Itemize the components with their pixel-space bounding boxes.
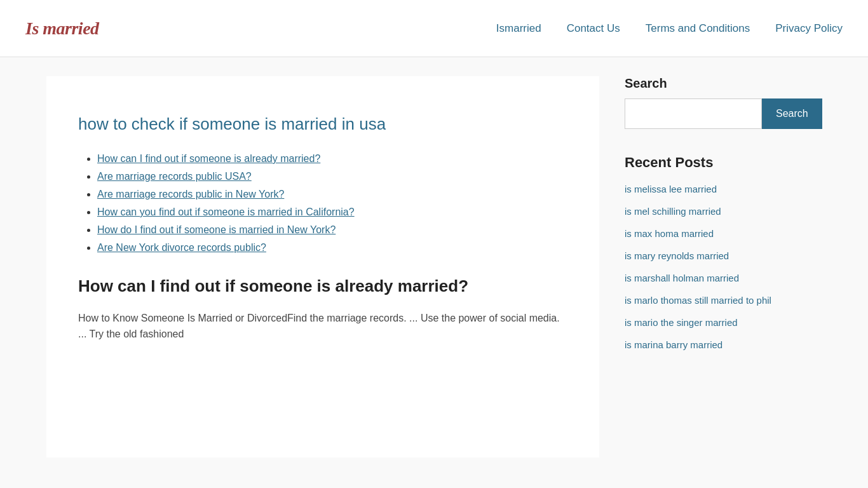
page-wrapper: how to check if someone is married in us… xyxy=(21,57,847,477)
nav-link[interactable]: Ismarried xyxy=(496,22,541,35)
search-form: Search xyxy=(625,98,822,129)
recent-post-link[interactable]: is max homa married xyxy=(625,227,822,240)
list-item: How do I find out if someone is married … xyxy=(97,224,567,236)
recent-post-link[interactable]: is marina barry married xyxy=(625,338,822,351)
nav-link[interactable]: Privacy Policy xyxy=(775,22,843,35)
article-body: How to Know Someone Is Married or Divorc… xyxy=(78,310,567,342)
article-link[interactable]: Are marriage records public in New York? xyxy=(97,189,284,200)
article-link[interactable]: Are marriage records public USA? xyxy=(97,171,252,182)
recent-posts-title: Recent Posts xyxy=(625,154,822,171)
recent-post-link[interactable]: is melissa lee married xyxy=(625,182,822,196)
recent-posts-list: is melissa lee marriedis mel schilling m… xyxy=(625,182,822,351)
article-link[interactable]: Are New York divorce records public? xyxy=(97,242,266,253)
article-link[interactable]: How can I find out if someone is already… xyxy=(97,153,320,164)
search-widget: Search Search xyxy=(625,76,822,129)
main-nav: IsmarriedContact UsTerms and ConditionsP… xyxy=(496,22,843,35)
recent-post-link[interactable]: is marshall holman married xyxy=(625,271,822,285)
nav-link[interactable]: Terms and Conditions xyxy=(646,22,750,35)
sidebar: Search Search Recent Posts is melissa le… xyxy=(625,76,822,458)
list-item: Are marriage records public USA? xyxy=(97,171,567,182)
search-label: Search xyxy=(625,76,822,91)
recent-post-link[interactable]: is mel schilling married xyxy=(625,205,822,218)
article-link[interactable]: How can you find out if someone is marri… xyxy=(97,207,355,217)
nav-link[interactable]: Contact Us xyxy=(567,22,620,35)
search-input[interactable] xyxy=(625,98,762,129)
list-item: How can I find out if someone is already… xyxy=(97,153,567,165)
search-button[interactable]: Search xyxy=(762,98,822,129)
article-link[interactable]: How do I find out if someone is married … xyxy=(97,224,336,235)
article-links-list: How can I find out if someone is already… xyxy=(78,153,567,254)
main-content: how to check if someone is married in us… xyxy=(46,76,599,458)
section-heading: How can I find out if someone is already… xyxy=(78,276,567,297)
site-logo[interactable]: Is married xyxy=(25,18,99,39)
site-header: Is married IsmarriedContact UsTerms and … xyxy=(0,0,868,57)
recent-post-link[interactable]: is marlo thomas still married to phil xyxy=(625,294,822,307)
list-item: Are marriage records public in New York? xyxy=(97,189,567,200)
list-item: How can you find out if someone is marri… xyxy=(97,207,567,218)
article-title: how to check if someone is married in us… xyxy=(78,114,567,134)
recent-posts-widget: Recent Posts is melissa lee marriedis me… xyxy=(625,154,822,351)
recent-post-link[interactable]: is mario the singer married xyxy=(625,316,822,329)
list-item: Are New York divorce records public? xyxy=(97,242,567,254)
recent-post-link[interactable]: is mary reynolds married xyxy=(625,249,822,262)
